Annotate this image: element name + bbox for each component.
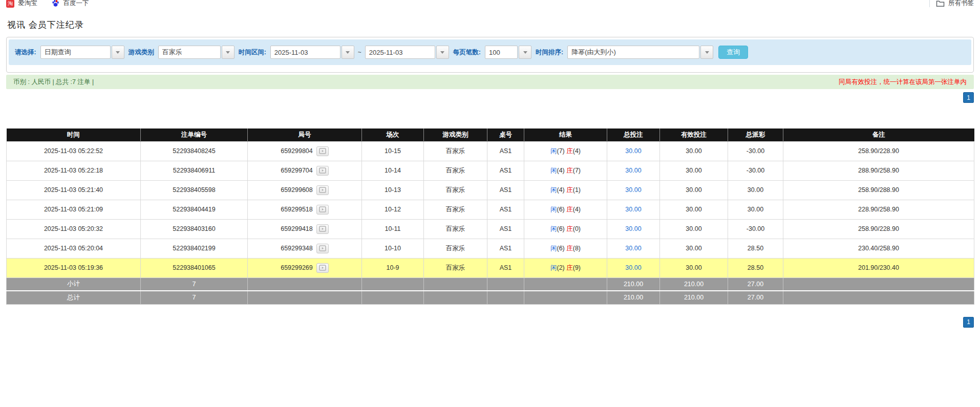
column-header: 桌号 xyxy=(487,128,524,141)
date-from-dropdown-button[interactable] xyxy=(342,46,354,59)
cell-bet-id: 522938401065 xyxy=(141,258,248,277)
cell-session: 10-14 xyxy=(362,161,424,180)
footer-empty-cell xyxy=(248,277,362,291)
table-row[interactable]: 2025-11-03 05:21:40522938405598659299608… xyxy=(7,180,974,200)
page-size-input[interactable] xyxy=(485,46,518,59)
footer-empty-cell xyxy=(783,291,974,304)
video-replay-button[interactable] xyxy=(316,146,329,156)
table-body: 2025-11-03 05:22:52522938408245659299804… xyxy=(7,141,974,277)
cell-bet-id: 522938402199 xyxy=(141,239,248,258)
date-from-input[interactable] xyxy=(270,46,340,59)
query-type-dropdown-button[interactable] xyxy=(112,46,124,59)
sort-dropdown-button[interactable] xyxy=(700,46,713,59)
time-range-label: 时间区间: xyxy=(239,48,266,57)
sort-input[interactable] xyxy=(567,46,699,59)
bookmarks-divider xyxy=(929,0,930,7)
total-bet-link[interactable]: 30.00 xyxy=(625,245,641,252)
round-number: 659299418 xyxy=(281,225,313,232)
cell-valid-bet: 30.00 xyxy=(660,258,728,277)
cell-time: 2025-11-03 05:21:40 xyxy=(7,180,141,200)
sort-label: 时间排序: xyxy=(536,48,563,57)
baidu-paw-icon xyxy=(52,0,60,8)
cell-payout: -30.00 xyxy=(728,141,783,161)
cell-total-bet: 30.00 xyxy=(607,200,660,219)
footer-count: 7 xyxy=(141,277,248,291)
result-player: 闲 xyxy=(550,264,557,271)
cell-total-bet: 30.00 xyxy=(607,180,660,200)
cell-result: 闲(2) 庄(9) xyxy=(524,258,607,277)
cell-table-no: AS1 xyxy=(487,200,524,219)
table-row[interactable]: 2025-11-03 05:19:36522938401065659299269… xyxy=(7,258,974,277)
column-header: 结果 xyxy=(524,128,607,141)
cell-round-id: 659299608 xyxy=(248,180,362,200)
cell-time: 2025-11-03 05:19:36 xyxy=(7,258,141,277)
cell-game-type: 百家乐 xyxy=(424,141,487,161)
footer-empty-cell xyxy=(783,277,974,291)
cell-game-type: 百家乐 xyxy=(424,200,487,219)
total-bet-link[interactable]: 30.00 xyxy=(625,186,641,194)
video-replay-button[interactable] xyxy=(316,263,329,273)
cell-bet-id: 522938404419 xyxy=(141,200,248,219)
cell-payout: 28.50 xyxy=(728,258,783,277)
round-number: 659299608 xyxy=(281,186,313,194)
bet-records-table: 时间注单编号局号场次游戏类别桌号结果总投注有效投注总派彩备注 2025-11-0… xyxy=(6,128,974,305)
cell-payout: 30.00 xyxy=(728,200,783,219)
result-player-score: (4) xyxy=(557,167,564,174)
video-replay-button[interactable] xyxy=(316,166,329,176)
bookmark-baidu[interactable]: 百度一下 xyxy=(52,0,89,8)
table-row[interactable]: 2025-11-03 05:20:04522938402199659299348… xyxy=(7,239,974,258)
footer-label: 小计 xyxy=(7,277,141,291)
query-type-input[interactable] xyxy=(40,46,111,59)
search-button[interactable]: 查询 xyxy=(718,46,748,59)
cell-round-id: 659299269 xyxy=(248,258,362,277)
cell-table-no: AS1 xyxy=(487,141,524,161)
footer-total-bet: 210.00 xyxy=(607,291,660,304)
bookmark-label: 百度一下 xyxy=(63,0,89,8)
game-type-input[interactable] xyxy=(158,46,221,59)
chevron-down-icon xyxy=(523,51,527,54)
cell-bet-id: 522938405598 xyxy=(141,180,248,200)
table-footer: 小计7210.00210.0027.00总计7210.00210.0027.00 xyxy=(7,277,974,304)
table-row[interactable]: 2025-11-03 05:22:18522938406911659299704… xyxy=(7,161,974,180)
total-bet-link[interactable]: 30.00 xyxy=(625,167,641,174)
cell-time: 2025-11-03 05:20:04 xyxy=(7,239,141,258)
cell-game-type: 百家乐 xyxy=(424,180,487,200)
page-button-1[interactable]: 1 xyxy=(963,92,974,103)
footer-payout: 27.00 xyxy=(728,291,783,304)
date-to-dropdown-button[interactable] xyxy=(436,46,449,59)
video-replay-button[interactable] xyxy=(316,205,329,215)
cell-valid-bet: 30.00 xyxy=(660,239,728,258)
total-bet-link[interactable]: 30.00 xyxy=(625,206,641,213)
select-label: 请选择: xyxy=(15,48,36,57)
all-bookmarks-button[interactable]: 所有书签 xyxy=(936,0,974,8)
cell-total-bet: 30.00 xyxy=(607,258,660,277)
footer-total-bet: 210.00 xyxy=(607,277,660,291)
cell-game-type: 百家乐 xyxy=(424,161,487,180)
total-bet-link[interactable]: 30.00 xyxy=(625,147,641,155)
date-from-combo xyxy=(270,46,354,59)
video-replay-button[interactable] xyxy=(316,224,329,234)
cell-result: 闲(6) 庄(0) xyxy=(524,219,607,239)
pagination-bottom: 1 xyxy=(6,317,974,328)
game-type-dropdown-button[interactable] xyxy=(222,46,235,59)
page-size-dropdown-button[interactable] xyxy=(519,46,531,59)
column-header: 局号 xyxy=(248,128,362,141)
table-row[interactable]: 2025-11-03 05:20:32522938403160659299418… xyxy=(7,219,974,239)
video-replay-button[interactable] xyxy=(316,185,329,195)
bookmark-taobao[interactable]: 淘 爱淘宝 xyxy=(6,0,37,8)
total-bet-link[interactable]: 30.00 xyxy=(625,225,641,232)
chevron-down-icon xyxy=(116,51,120,54)
total-bet-link[interactable]: 30.00 xyxy=(625,264,641,271)
result-player: 闲 xyxy=(550,167,557,174)
cell-valid-bet: 30.00 xyxy=(660,200,728,219)
table-row[interactable]: 2025-11-03 05:22:52522938408245659299804… xyxy=(7,141,974,161)
cell-session: 10-9 xyxy=(362,258,424,277)
cell-time: 2025-11-03 05:22:52 xyxy=(7,141,141,161)
video-replay-button[interactable] xyxy=(316,244,329,253)
table-row[interactable]: 2025-11-03 05:21:09522938404419659299518… xyxy=(7,200,974,219)
date-to-input[interactable] xyxy=(365,46,435,59)
result-player-score: (4) xyxy=(557,186,564,194)
page-button-1[interactable]: 1 xyxy=(963,317,974,328)
footer-count: 7 xyxy=(141,291,248,304)
result-banker: 庄 xyxy=(566,167,573,174)
